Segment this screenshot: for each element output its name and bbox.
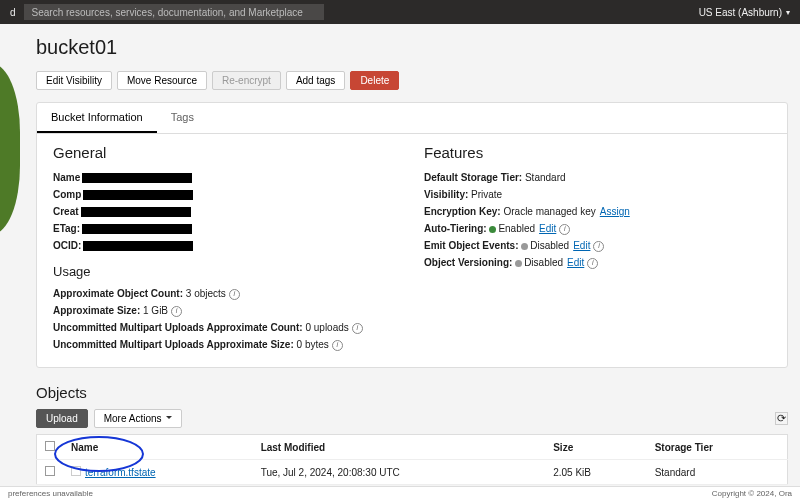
info-icon[interactable]: i: [352, 323, 363, 334]
page-title: bucket01: [36, 36, 788, 59]
tab-bucket-information[interactable]: Bucket Information: [37, 103, 157, 133]
region-selector[interactable]: US East (Ashburn) ▾: [699, 7, 790, 18]
storage-tier-label: Default Storage Tier:: [424, 172, 522, 183]
etag-label: ETag:: [53, 223, 80, 234]
emit-events-label: Emit Object Events:: [424, 240, 518, 251]
delete-button[interactable]: Delete: [350, 71, 399, 90]
info-icon[interactable]: i: [171, 306, 182, 317]
edit-link[interactable]: Edit: [567, 257, 584, 268]
chevron-down-icon: ▾: [786, 8, 790, 17]
page-footer: preferences unavailable Copyright © 2024…: [0, 486, 800, 500]
info-icon[interactable]: i: [229, 289, 240, 300]
region-label: US East (Ashburn): [699, 7, 782, 18]
object-count-value: 3 objects: [186, 288, 226, 299]
ocid-label: OCID:: [53, 240, 81, 251]
compartment-label: Comp: [53, 189, 81, 200]
visibility-value: Private: [471, 189, 502, 200]
select-all-checkbox[interactable]: [45, 441, 55, 451]
approximate-size-label: Approximate Size:: [53, 305, 140, 316]
redacted-value: [82, 224, 192, 234]
features-heading: Features: [424, 144, 771, 161]
edit-visibility-button[interactable]: Edit Visibility: [36, 71, 112, 90]
re-encrypt-button: Re-encrypt: [212, 71, 281, 90]
info-icon[interactable]: i: [587, 258, 598, 269]
mpu-size-value: 0 bytes: [297, 339, 329, 350]
info-icon[interactable]: i: [332, 340, 343, 351]
status-dot-disabled-icon: [515, 260, 522, 267]
tab-tags[interactable]: Tags: [157, 103, 208, 133]
auto-tiering-label: Auto-Tiering:: [424, 223, 487, 234]
column-last-modified[interactable]: Last Modified: [253, 435, 546, 460]
objects-table: Name Last Modified Size Storage Tier ter…: [36, 434, 788, 485]
table-row: terraform.tfstate Tue, Jul 2, 2024, 20:0…: [37, 460, 788, 485]
mpu-count-value: 0 uploads: [305, 322, 348, 333]
object-count-label: Approximate Object Count:: [53, 288, 183, 299]
column-size[interactable]: Size: [545, 435, 646, 460]
footer-copyright: Copyright © 2024, Ora: [712, 489, 792, 498]
object-size-value: 2.05 KiB: [545, 460, 646, 485]
more-actions-dropdown[interactable]: More Actions: [94, 409, 182, 428]
nav-badge: d: [10, 7, 16, 18]
redacted-value: [82, 173, 192, 183]
footer-left-text: preferences unavailable: [8, 489, 93, 498]
refresh-icon[interactable]: ⟳: [775, 412, 788, 425]
status-dot-disabled-icon: [521, 243, 528, 250]
usage-heading: Usage: [53, 264, 400, 279]
global-search-input[interactable]: [24, 4, 324, 20]
assign-link[interactable]: Assign: [600, 206, 630, 217]
top-navigation-bar: d US East (Ashburn) ▾: [0, 0, 800, 24]
status-dot-enabled-icon: [489, 226, 496, 233]
visibility-label: Visibility:: [424, 189, 468, 200]
object-modified-value: Tue, Jul 2, 2024, 20:08:30 UTC: [253, 460, 546, 485]
file-icon: [71, 466, 81, 476]
info-icon[interactable]: i: [559, 224, 570, 235]
object-tier-value: Standard: [647, 460, 788, 485]
mpu-count-label: Uncommitted Multipart Uploads Approximat…: [53, 322, 303, 333]
approximate-size-value: 1 GiB: [143, 305, 168, 316]
emit-events-value: Disabled: [530, 240, 569, 251]
general-heading: General: [53, 144, 400, 161]
edit-link[interactable]: Edit: [573, 240, 590, 251]
object-name-link[interactable]: terraform.tfstate: [85, 467, 156, 478]
auto-tiering-value: Enabled: [498, 223, 535, 234]
add-tags-button[interactable]: Add tags: [286, 71, 345, 90]
info-icon[interactable]: i: [593, 241, 604, 252]
encryption-key-label: Encryption Key:: [424, 206, 501, 217]
edit-link[interactable]: Edit: [539, 223, 556, 234]
encryption-key-value: Oracle managed key: [503, 206, 595, 217]
redacted-value: [81, 207, 191, 217]
versioning-label: Object Versioning:: [424, 257, 512, 268]
move-resource-button[interactable]: Move Resource: [117, 71, 207, 90]
column-storage-tier[interactable]: Storage Tier: [647, 435, 788, 460]
column-name[interactable]: Name: [63, 435, 253, 460]
table-header-row: Name Last Modified Size Storage Tier: [37, 435, 788, 460]
upload-button[interactable]: Upload: [36, 409, 88, 428]
namespace-label: Name: [53, 172, 80, 183]
objects-heading: Objects: [36, 384, 788, 401]
row-checkbox[interactable]: [45, 466, 55, 476]
created-label: Creat: [53, 206, 79, 217]
storage-tier-value: Standard: [525, 172, 566, 183]
redacted-value: [83, 190, 193, 200]
bucket-details-panel: Bucket Information Tags General Name Com…: [36, 102, 788, 368]
mpu-size-label: Uncommitted Multipart Uploads Approximat…: [53, 339, 294, 350]
versioning-value: Disabled: [524, 257, 563, 268]
redacted-value: [83, 241, 193, 251]
action-button-row: Edit Visibility Move Resource Re-encrypt…: [36, 71, 788, 90]
